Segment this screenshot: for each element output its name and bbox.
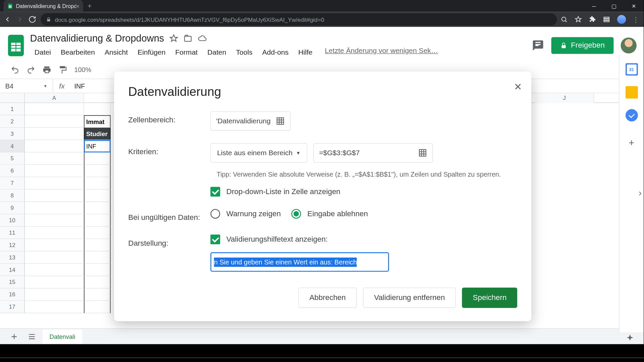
select-range-icon[interactable]: [276, 117, 285, 125]
save-button[interactable]: Speichern: [462, 288, 517, 308]
label-appearance: Darstellung:: [128, 235, 210, 248]
show-dropdown-label: Drop-down-Liste in Zelle anzeigen: [226, 187, 340, 196]
label-criteria: Kriterien:: [128, 143, 210, 157]
show-helptext-label: Validierungshilfetext anzeigen:: [226, 235, 328, 244]
label-range: Zellenbereich:: [128, 111, 210, 125]
chevron-down-icon: ▼: [296, 150, 301, 155]
criteria-type-select[interactable]: Liste aus einem Bereich ▼: [210, 143, 307, 163]
data-validation-dialog: Datenvalidierung ✕ Zellenbereich: 'Daten…: [114, 72, 531, 321]
criteria-tip: Tipp: Verwenden Sie absolute Verweise (z…: [217, 171, 517, 178]
label-invalid: Bei ungültigen Daten:: [128, 209, 210, 222]
radio-reject-input[interactable]: [291, 209, 301, 219]
radio-show-warning[interactable]: [210, 209, 220, 219]
show-helptext-checkbox[interactable]: [210, 235, 220, 244]
radio-reject-label: Eingabe ablehnen: [307, 209, 368, 218]
criteria-range-input[interactable]: =$G$3:$G$7: [313, 143, 433, 163]
select-range-icon[interactable]: [418, 148, 427, 157]
svg-rect-16: [277, 118, 284, 124]
close-icon[interactable]: ✕: [514, 81, 522, 93]
cancel-button[interactable]: Abbrechen: [298, 288, 357, 308]
helptext-input[interactable]: n Sie und geben Sie einen Wert ein aus: …: [210, 252, 389, 272]
show-dropdown-checkbox[interactable]: [210, 187, 220, 197]
dialog-title: Datenvalidierung: [128, 85, 517, 99]
remove-validation-button[interactable]: Validierung entfernen: [363, 288, 456, 308]
svg-rect-21: [419, 149, 426, 156]
radio-warning-label: Warnung zeigen: [226, 209, 281, 218]
cell-range-input[interactable]: 'Datenvalidierung: [210, 111, 290, 131]
